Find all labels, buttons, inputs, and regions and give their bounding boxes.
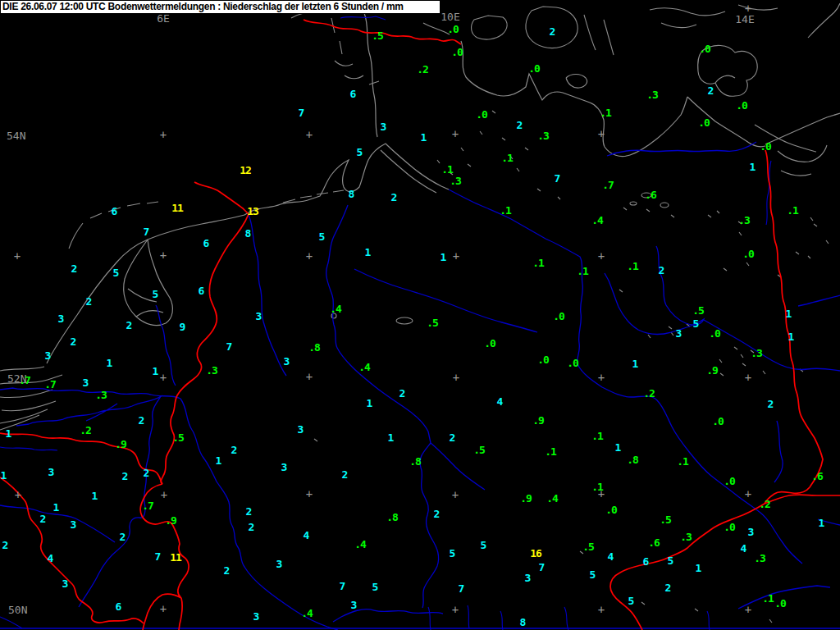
grid-cross: +: [160, 371, 167, 384]
station-value: 5: [628, 595, 634, 607]
station-value: .3: [646, 89, 658, 101]
station-value: .2: [643, 387, 655, 399]
station-value: 1: [1, 469, 7, 482]
station-value: 6: [203, 237, 209, 249]
grid-cross: +: [306, 487, 313, 500]
station-value: .0: [760, 140, 771, 153]
grid-label: 50N: [8, 604, 27, 616]
station-value: 11: [170, 551, 181, 564]
station-value: 2: [231, 444, 237, 456]
station-value: .5: [582, 541, 594, 553]
station-value: 3: [253, 610, 259, 623]
station-value: 8: [349, 188, 354, 200]
station-value: 1: [632, 358, 638, 370]
station-value: .1: [762, 592, 774, 605]
station-value: 11: [171, 202, 183, 214]
title-bar: DIE 26.06.07 12:00 UTC Bodenwettermeldun…: [0, 0, 441, 14]
station-value: .9: [520, 492, 532, 504]
station-value: 3: [62, 578, 68, 590]
station-value: .0: [712, 415, 724, 427]
station-value: .0: [698, 116, 710, 129]
station-value: .0: [605, 504, 617, 516]
station-value: 1: [53, 501, 59, 514]
station-value: 3: [381, 121, 386, 133]
station-value: 1: [615, 441, 621, 454]
station-value: 1: [788, 331, 794, 343]
station-value: .0: [476, 108, 487, 121]
station-value: 2: [144, 467, 149, 479]
station-value: .0: [736, 99, 747, 112]
station-value: .0: [447, 23, 459, 35]
station-value: 4: [304, 529, 309, 541]
station-value: 1: [92, 490, 98, 502]
station-value: .2: [417, 63, 428, 75]
station-value: .3: [680, 531, 692, 543]
station-value: 3: [525, 572, 531, 584]
station-value: 2: [768, 398, 774, 410]
grid-cross: +: [453, 249, 459, 262]
station-value: 9: [180, 321, 185, 333]
station-value: .3: [537, 130, 549, 142]
station-value: 3: [256, 310, 262, 322]
grid-cross: +: [598, 371, 605, 384]
station-value: .5: [473, 444, 485, 456]
station-value: .4: [301, 607, 313, 619]
station-value: 3: [45, 349, 51, 362]
station-value: .1: [532, 257, 544, 269]
station-value: 2: [71, 262, 77, 275]
station-value: 1: [388, 431, 394, 444]
station-value: 5: [372, 581, 378, 593]
station-value: 2: [224, 564, 230, 577]
station-value: 6: [112, 205, 117, 217]
weather-map: +++++++++++++++++++++++++ 54N52N50N6E10E…: [0, 0, 840, 630]
station-value: 3: [284, 355, 290, 368]
station-value: 5: [153, 288, 158, 300]
station-value: .7: [44, 378, 56, 390]
station-value: 2: [120, 531, 126, 543]
station-value: .1: [787, 204, 798, 217]
grid-cross: +: [452, 127, 459, 140]
station-value: 16: [530, 547, 541, 559]
station-value: 1: [819, 517, 824, 529]
grid-label: 10E: [441, 11, 459, 23]
station-value: .7: [142, 500, 153, 512]
station-value: 2: [246, 505, 252, 518]
station-value: 3: [676, 327, 682, 340]
station-value: .5: [372, 30, 383, 42]
grid-cross: +: [598, 249, 605, 262]
grid-cross: +: [161, 488, 167, 501]
station-value: 2: [708, 84, 714, 97]
station-value: .6: [645, 189, 656, 201]
station-value: 3: [351, 599, 357, 611]
station-value: 1: [750, 161, 756, 173]
station-value: .7: [602, 179, 614, 191]
station-value: 3: [281, 461, 287, 473]
station-value: 7: [459, 582, 464, 595]
station-value: 12: [240, 164, 251, 176]
grid-cross: +: [15, 488, 21, 501]
station-value: .5: [427, 317, 438, 329]
grid-cross: +: [452, 488, 459, 501]
grid-cross: +: [745, 487, 751, 500]
grid-cross: +: [306, 249, 313, 262]
station-value: .1: [501, 152, 513, 164]
station-value: 2: [71, 336, 76, 348]
station-value: 7: [144, 226, 149, 238]
station-value: .9: [706, 364, 718, 377]
station-value: .1: [677, 455, 688, 468]
station-value: 2: [249, 521, 254, 533]
station-value: 2: [126, 319, 132, 331]
grid-cross: +: [745, 603, 751, 616]
station-value: .4: [546, 492, 558, 504]
station-value: 2: [139, 414, 144, 427]
station-value: 3: [71, 518, 76, 531]
station-value: .3: [206, 364, 217, 377]
grid-cross: +: [745, 371, 751, 384]
station-value: 5: [693, 317, 699, 330]
station-value: 1: [107, 357, 112, 369]
grid-cross: +: [453, 371, 459, 384]
station-value: 6: [350, 88, 356, 100]
station-value: 3: [48, 466, 54, 478]
station-value: 4: [497, 395, 503, 408]
station-value: .4: [358, 361, 370, 373]
